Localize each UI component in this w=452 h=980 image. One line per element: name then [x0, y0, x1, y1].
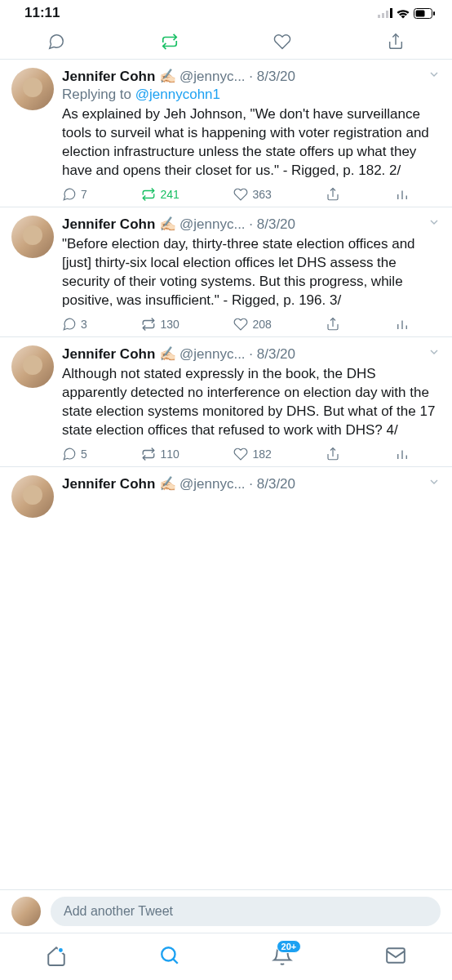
- svg-point-17: [162, 947, 175, 960]
- analytics-action[interactable]: [395, 447, 410, 461]
- tweet-action-bar: [0, 23, 452, 60]
- notification-badge: 20+: [277, 940, 302, 953]
- reply-count: 5: [81, 448, 87, 461]
- svg-rect-6: [433, 11, 435, 16]
- like-icon[interactable]: [273, 33, 291, 51]
- tweet-feed: Jennifer Cohn ✍🏻 @jennyc... · 8/3/20 Rep…: [0, 60, 452, 523]
- share-icon[interactable]: [387, 33, 405, 51]
- cellular-signal-icon: [378, 8, 392, 18]
- display-name: Jennifer Cohn ✍🏻: [62, 68, 176, 86]
- share-action[interactable]: [326, 317, 340, 332]
- wifi-icon: [396, 8, 410, 19]
- avatar[interactable]: [11, 68, 54, 110]
- svg-rect-2: [386, 11, 388, 18]
- tweet[interactable]: Jennifer Cohn ✍🏻 @jennyc... · 8/3/20 Alt…: [0, 337, 452, 467]
- tweet-text: As explained by Jeh Johnson, "We don't h…: [62, 105, 441, 180]
- avatar[interactable]: [11, 216, 54, 258]
- like-action[interactable]: 363: [233, 187, 271, 202]
- chevron-down-icon[interactable]: [428, 475, 441, 493]
- like-count: 363: [252, 188, 271, 201]
- tweet[interactable]: Jennifer Cohn ✍🏻 @jennyc... · 8/3/20: [0, 467, 452, 523]
- tweet[interactable]: Jennifer Cohn ✍🏻 @jennyc... · 8/3/20 Rep…: [0, 60, 452, 207]
- retweet-count: 241: [160, 188, 179, 201]
- like-action[interactable]: 182: [233, 447, 271, 461]
- svg-rect-0: [378, 15, 380, 18]
- like-action[interactable]: 208: [233, 317, 271, 332]
- handle-date: @jennyc... · 8/3/20: [179, 68, 424, 86]
- retweet-count: 110: [160, 448, 179, 461]
- tweet-text: Although not stated expressly in the boo…: [62, 365, 441, 440]
- reply-count: 3: [81, 318, 87, 331]
- nav-home-icon[interactable]: [46, 945, 67, 969]
- retweet-action[interactable]: 241: [141, 187, 179, 202]
- svg-rect-3: [390, 8, 392, 18]
- retweet-action[interactable]: 130: [141, 317, 179, 332]
- analytics-action[interactable]: [395, 317, 410, 332]
- reply-action[interactable]: 7: [62, 187, 87, 202]
- share-action[interactable]: [326, 187, 340, 202]
- compose-input[interactable]: Add another Tweet: [51, 897, 441, 926]
- display-name: Jennifer Cohn ✍🏻: [62, 345, 176, 363]
- reply-action[interactable]: 3: [62, 317, 87, 332]
- chevron-down-icon[interactable]: [428, 68, 441, 86]
- tweet[interactable]: Jennifer Cohn ✍🏻 @jennyc... · 8/3/20 "Be…: [0, 207, 452, 337]
- avatar[interactable]: [11, 475, 54, 518]
- analytics-action[interactable]: [395, 187, 410, 202]
- handle-date: @jennyc... · 8/3/20: [179, 475, 424, 493]
- nav-messages-icon[interactable]: [385, 945, 406, 969]
- reply-count: 7: [81, 188, 87, 201]
- svg-point-16: [58, 947, 64, 953]
- reply-action[interactable]: 5: [62, 447, 87, 461]
- retweet-icon[interactable]: [161, 33, 179, 51]
- svg-rect-5: [416, 10, 425, 16]
- chevron-down-icon[interactable]: [428, 216, 441, 234]
- svg-rect-1: [382, 13, 384, 18]
- compose-bar: Add another Tweet: [0, 889, 452, 933]
- avatar[interactable]: [11, 345, 54, 388]
- like-count: 182: [252, 448, 271, 461]
- nav-search-icon[interactable]: [159, 945, 180, 969]
- status-icons: [378, 8, 436, 19]
- replying-to: Replying to @jennycohn1: [62, 86, 441, 104]
- nav-notifications-icon[interactable]: 20+: [272, 945, 293, 969]
- bottom-nav: 20+: [0, 933, 452, 980]
- handle-date: @jennyc... · 8/3/20: [179, 216, 424, 234]
- battery-icon: [414, 8, 436, 19]
- handle-date: @jennyc... · 8/3/20: [179, 345, 424, 363]
- reply-icon[interactable]: [47, 33, 65, 51]
- status-time: 11:11: [24, 5, 60, 21]
- like-count: 208: [252, 318, 271, 331]
- retweet-action[interactable]: 110: [141, 447, 179, 461]
- svg-line-18: [173, 959, 177, 963]
- svg-rect-19: [387, 948, 405, 962]
- avatar[interactable]: [11, 897, 41, 926]
- chevron-down-icon[interactable]: [428, 345, 441, 363]
- tweet-text: "Before election day, thirty-three state…: [62, 235, 441, 310]
- display-name: Jennifer Cohn ✍🏻: [62, 475, 176, 493]
- display-name: Jennifer Cohn ✍🏻: [62, 216, 176, 234]
- status-bar: 11:11: [0, 0, 452, 23]
- retweet-count: 130: [160, 318, 179, 331]
- mention-link[interactable]: @jennycohn1: [135, 87, 220, 102]
- share-action[interactable]: [326, 447, 340, 461]
